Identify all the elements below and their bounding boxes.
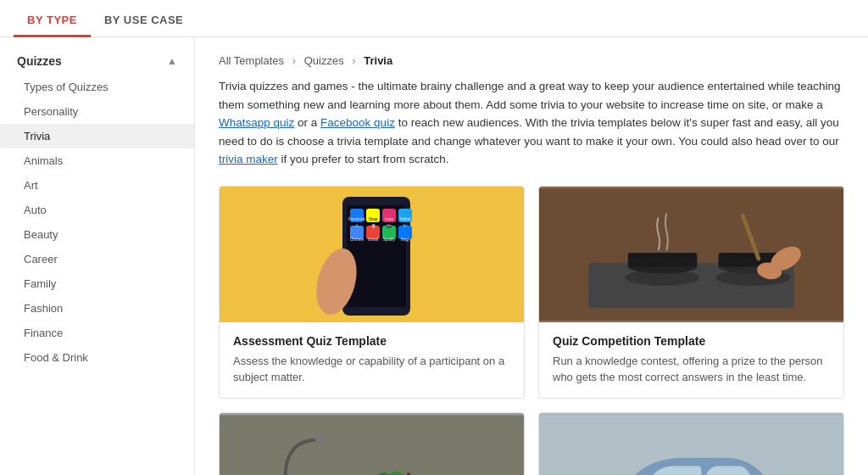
card-image-assessment: f 👻 📷 🐦 Facebook Snap Insta Twitter Chro… — [220, 187, 524, 322]
facebook-quiz-link[interactable]: Facebook quiz — [320, 116, 395, 129]
sidebar-item-types-of-quizzes[interactable]: Types of Quizzes — [0, 75, 194, 99]
card-image-car — [539, 413, 843, 475]
card-health-quiz[interactable] — [219, 412, 525, 475]
sidebar-item-auto[interactable]: Auto — [0, 198, 194, 222]
breadcrumb-quizzes[interactable]: Quizzes — [304, 54, 344, 67]
main-layout: Quizzes ▲ Types of Quizzes Personality T… — [0, 37, 868, 475]
svg-text:Insta: Insta — [385, 217, 393, 221]
svg-point-37 — [315, 433, 326, 444]
svg-text:Chrome: Chrome — [349, 238, 364, 242]
sidebar-item-career[interactable]: Career — [0, 247, 194, 271]
sidebar-item-finance[interactable]: Finance — [0, 321, 194, 345]
card-title-competition: Quiz Competition Template — [553, 334, 830, 348]
card-body-assessment: Assessment Quiz Template Assess the know… — [220, 322, 524, 398]
sidebar-section-quizzes[interactable]: Quizzes ▲ — [0, 48, 194, 75]
svg-text:📷: 📷 — [387, 223, 392, 229]
sidebar-item-beauty[interactable]: Beauty — [0, 222, 194, 247]
breadcrumb-all-templates[interactable]: All Templates — [219, 54, 284, 67]
card-desc-assessment: Assess the knowledge or capability of a … — [233, 353, 510, 386]
description-text-2: or a — [294, 116, 320, 129]
sidebar-item-animals[interactable]: Animals — [0, 148, 194, 173]
sidebar-item-food-drink[interactable]: Food & Drink — [0, 345, 194, 370]
breadcrumb: All Templates › Quizzes › Trivia — [219, 54, 844, 67]
sidebar-item-family[interactable]: Family — [0, 271, 194, 296]
trivia-maker-link[interactable]: trivia maker — [219, 153, 278, 165]
card-desc-competition: Run a knowledge contest, offering a priz… — [553, 353, 830, 386]
svg-rect-34 — [220, 415, 524, 475]
svg-text:👻: 👻 — [370, 224, 375, 228]
card-image-cooking — [539, 187, 843, 322]
content-area: All Templates › Quizzes › Trivia Trivia … — [195, 37, 868, 475]
sidebar-item-fashion[interactable]: Fashion — [0, 296, 194, 321]
collapse-arrow-icon: ▲ — [167, 55, 177, 67]
breadcrumb-current: Trivia — [364, 54, 392, 67]
svg-text:🐦: 🐦 — [403, 223, 409, 229]
svg-text:Twitter: Twitter — [399, 217, 411, 221]
description-text-4: if you prefer to start from scratch. — [278, 153, 449, 165]
sidebar-item-art[interactable]: Art — [0, 173, 194, 198]
card-body-competition: Quiz Competition Template Run a knowledg… — [539, 322, 843, 398]
sidebar-item-personality[interactable]: Personality — [0, 99, 194, 124]
card-assessment-quiz[interactable]: f 👻 📷 🐦 Facebook Snap Insta Twitter Chro… — [219, 186, 525, 399]
svg-text:Snap: Snap — [368, 217, 377, 221]
description-text-1: Trivia quizzes and games - the ultimate … — [219, 80, 840, 111]
sidebar-item-trivia[interactable]: Trivia — [0, 124, 194, 148]
card-image-health — [220, 413, 524, 475]
svg-text:Spotify: Spotify — [383, 238, 396, 242]
cards-grid: f 👻 📷 🐦 Facebook Snap Insta Twitter Chro… — [219, 186, 844, 475]
svg-text:Msgr: Msgr — [401, 238, 410, 242]
sidebar: Quizzes ▲ Types of Quizzes Personality T… — [0, 37, 195, 475]
svg-text:Gmail: Gmail — [368, 238, 378, 242]
card-car-quiz[interactable] — [538, 412, 844, 475]
card-title-assessment: Assessment Quiz Template — [233, 334, 510, 348]
tab-by-use-case[interactable]: BY USE CASE — [91, 5, 197, 37]
svg-rect-28 — [628, 253, 698, 266]
breadcrumb-sep-1: › — [292, 54, 296, 67]
page-description: Trivia quizzes and games - the ultimate … — [219, 77, 844, 169]
breadcrumb-sep-2: › — [352, 54, 355, 67]
card-quiz-competition[interactable]: Quiz Competition Template Run a knowledg… — [538, 186, 844, 399]
whatsapp-quiz-link[interactable]: Whatsapp quiz — [219, 116, 294, 129]
sidebar-section-label: Quizzes — [17, 54, 62, 68]
tab-by-type[interactable]: BY TYPE — [14, 5, 91, 37]
svg-text:Facebook: Facebook — [348, 217, 366, 221]
top-tabs-bar: BY TYPE BY USE CASE — [0, 0, 868, 37]
